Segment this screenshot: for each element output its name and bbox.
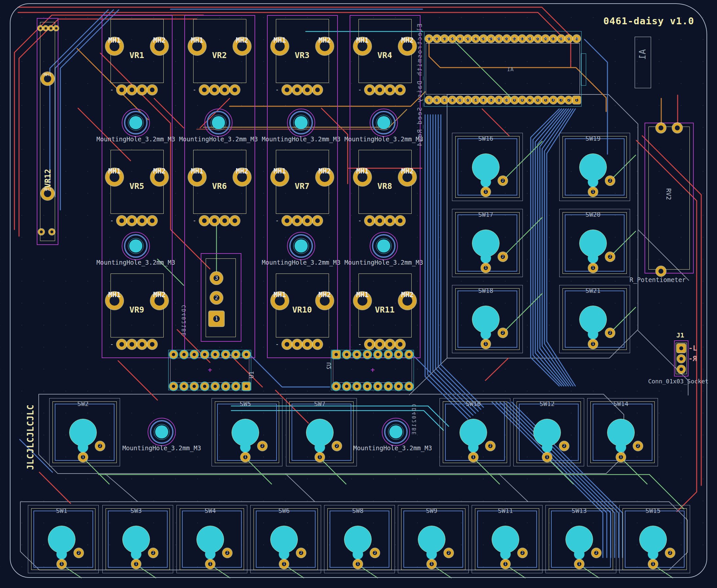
SW3-ref[interactable]: SW3 (130, 508, 142, 514)
a1-pad-11[interactable]: 11 (495, 97, 503, 104)
a1-pad-35[interactable]: 35 (534, 35, 542, 43)
a1-pad-31[interactable]: 31 (503, 35, 510, 43)
VR9-pad-3[interactable] (137, 339, 147, 349)
a1-pad-20[interactable]: 20 (425, 97, 433, 104)
a1-pad-2[interactable]: 2 (565, 97, 573, 104)
cd4021-silk-text-1[interactable]: CD4021BE (181, 305, 187, 336)
mounting-hole-3-label[interactable]: MountingHole_3.2mm_M3 (262, 136, 340, 142)
a1-pad-1[interactable]: 1 (573, 97, 581, 104)
SW1-pad-1[interactable]: 1 (57, 560, 66, 569)
VR1-pad-3[interactable] (137, 85, 147, 95)
SW8-pad-1[interactable]: 1 (353, 560, 362, 569)
SW4-pad-2[interactable]: 2 (223, 548, 232, 558)
u2-pad-bot-8[interactable] (405, 382, 413, 390)
a1-pad-26[interactable]: 26 (464, 35, 472, 43)
SW16-pad-1[interactable]: 1 (481, 187, 490, 196)
VR7-ref[interactable]: VR7 (295, 182, 309, 190)
VR4-pad-2[interactable] (375, 85, 385, 95)
VR2-pad-2[interactable] (210, 85, 219, 95)
rv2-ref[interactable]: RV2 (665, 188, 673, 200)
SW5-pad-2[interactable]: 2 (258, 441, 267, 450)
VR10-ref[interactable]: VR10 (292, 306, 312, 314)
SW19-pad-1[interactable]: 1 (588, 187, 597, 196)
rv2-pad-3[interactable] (656, 266, 666, 276)
a1-pad-9[interactable]: 9 (511, 97, 518, 104)
u2-pad-bot-6[interactable] (384, 382, 392, 390)
VR7-pad-3[interactable] (302, 216, 312, 226)
footprint-VR7[interactable]: MH1MH2VR7- (267, 146, 338, 234)
SW2-ref[interactable]: SW2 (78, 401, 88, 407)
u1-pad-top-8[interactable] (242, 351, 250, 358)
mounting-hole-1-label[interactable]: MountingHole_3.2mm_M3 (97, 136, 175, 142)
SW17-pad-1[interactable]: 1 (481, 263, 490, 273)
VR5-ref[interactable]: VR5 (129, 182, 144, 190)
VR7-pad-1[interactable] (282, 216, 292, 226)
a1-pad-28[interactable]: 28 (480, 35, 487, 43)
SW12-pad-2[interactable]: 2 (560, 441, 569, 450)
footprint-VR9[interactable]: MH1MH2VR9- (102, 270, 172, 358)
SW4-ref[interactable]: SW4 (205, 508, 216, 514)
footprint-SW10[interactable]: 12SW10 (440, 398, 510, 466)
u2-pad-bot-4[interactable] (363, 382, 371, 390)
VR11-pad-1[interactable] (365, 339, 375, 349)
SW10-pad-2[interactable]: 2 (486, 441, 495, 450)
footprint-SW5[interactable]: 12SW5 (212, 398, 282, 466)
a1-pad-33[interactable]: 33 (519, 35, 526, 43)
SW8-ref[interactable]: SW8 (352, 508, 363, 514)
footprint-VR4[interactable]: MH1MH2VR4- (350, 15, 421, 104)
mounting-hole-8-label[interactable]: MountingHole_3.2mm_M3 (122, 445, 201, 451)
VR5-pad-1[interactable] (117, 216, 127, 226)
conn3-pad-2[interactable]: 2 (210, 292, 223, 304)
VR2-pad-1[interactable] (199, 85, 209, 95)
footprint-VR10[interactable]: MH1MH2VR10- (267, 270, 338, 358)
j1-pad-2[interactable] (677, 355, 685, 363)
a1-pad-6[interactable]: 6 (534, 97, 542, 104)
SW13-pad-2[interactable]: 2 (592, 548, 601, 558)
SW11-ref[interactable]: SW11 (498, 508, 513, 514)
VR12-pad-top-2[interactable] (43, 26, 48, 31)
footprint-SW15[interactable]: 12SW15 (619, 505, 690, 573)
SW10-ref[interactable]: SW10 (466, 401, 481, 407)
SW9-pad-1[interactable]: 1 (427, 560, 436, 569)
u1-pad-top-2[interactable] (180, 351, 188, 358)
VR5-pad-4[interactable] (147, 216, 157, 226)
SW9-ref[interactable]: SW9 (426, 508, 437, 514)
a1-pad-18[interactable]: 18 (441, 97, 448, 104)
jlc-silk-text[interactable]: JLCJLCJLCJLC (26, 404, 36, 470)
VR8-pad-4[interactable] (395, 216, 405, 226)
mounting-hole-5-label[interactable]: MountingHole_3.2mm_M3 (97, 259, 175, 266)
VR3-pad-2[interactable] (292, 85, 302, 95)
SW12-pad-1[interactable]: 1 (543, 453, 552, 462)
a1-pad-39[interactable]: 39 (565, 35, 573, 43)
SW7-ref[interactable]: SW7 (314, 401, 325, 407)
SW14-pad-2[interactable]: 2 (633, 441, 642, 450)
a1-pad-14[interactable]: 14 (472, 97, 480, 104)
footprint-VR6[interactable]: MH1MH2VR6- (184, 146, 255, 234)
VR11-pad-4[interactable] (395, 339, 405, 349)
VR6-pad-4[interactable] (230, 216, 240, 226)
VR12-pad-top-1[interactable] (38, 26, 43, 31)
SW21-pad-1[interactable]: 1 (588, 339, 597, 349)
footprint-SW21[interactable]: 12SW21 (559, 285, 630, 353)
SW13-ref[interactable]: SW13 (572, 508, 587, 514)
SW6-pad-2[interactable]: 2 (296, 548, 306, 558)
u1-pad-top-4[interactable] (201, 351, 209, 358)
a1-pad-8[interactable]: 8 (519, 97, 526, 104)
u1-pad-bot-8[interactable] (242, 382, 250, 390)
VR6-pad-2[interactable] (210, 216, 219, 226)
VR10-pad-4[interactable] (313, 339, 322, 349)
VR6-ref[interactable]: VR6 (212, 182, 227, 190)
footprint-U1[interactable]: + U1 (168, 350, 251, 390)
footprint-SW19[interactable]: 12SW19 (559, 133, 630, 201)
SW15-ref[interactable]: SW15 (646, 508, 660, 514)
SW3-pad-2[interactable]: 2 (149, 548, 158, 558)
VR1-ref[interactable]: VR1 (129, 51, 144, 59)
footprint-SW20[interactable]: 12SW20 (559, 209, 630, 277)
VR2-pad-4[interactable] (230, 85, 240, 95)
VR1-pad-4[interactable] (147, 85, 157, 95)
a1-pad-29[interactable]: 29 (487, 35, 495, 43)
mounting-hole-9-label[interactable]: MountingHole_3.2mm_M3 (353, 445, 432, 451)
SW21-pad-2[interactable]: 2 (606, 328, 615, 337)
VR4-pad-3[interactable] (385, 85, 395, 95)
VR6-pad-3[interactable] (220, 216, 230, 226)
